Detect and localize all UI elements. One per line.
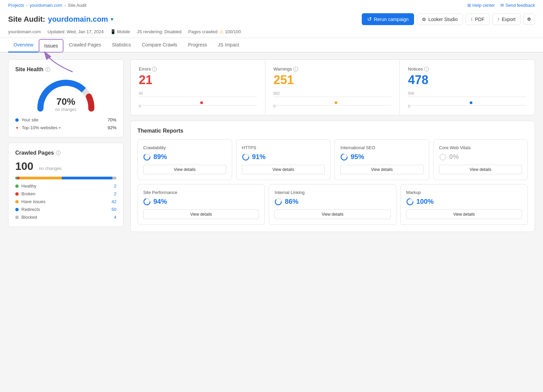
tab-js-impact[interactable]: JS Impact [212,38,244,53]
legend-have-issues: Have issues 42 [15,199,116,204]
export-button[interactable]: ↑ Export [492,14,521,25]
thematic-reports-title: Thematic Reports [137,128,528,134]
tab-statistics[interactable]: Statistics [107,38,136,53]
meta-device: 📱 Mobile [110,29,130,34]
help-icon: ⊞ [467,3,471,8]
site-performance-score-icon [143,198,151,205]
looker-studio-button[interactable]: ⚙ Looker Studio [417,14,463,25]
warnings-chart: 502 0 [274,91,392,108]
your-site-dot [15,118,19,122]
header-domain-caret[interactable]: ▾ [111,16,113,22]
breadcrumb-domain[interactable]: yourdomain.com [30,3,62,8]
header-actions: ↺ Rerun campaign ⚙ Looker Studio ↑ PDF ↑… [362,13,535,25]
core-web-vitals-score-icon [439,153,447,161]
top10-value: 92% [108,125,116,130]
page-header: Site Audit: yourdomain.com ▾ [8,15,113,24]
settings-button[interactable]: ⚙ [523,14,535,25]
errors-dot [200,101,203,104]
gauge-percent: 70% [55,96,76,107]
crawled-pages-card: Crawled Pages i 100 no changes Healthy [8,143,124,227]
errors-min: 0 [139,104,141,108]
rerun-campaign-button[interactable]: ↺ Rerun campaign [362,13,414,25]
https-score-icon [242,153,249,161]
site-performance-view-details-button[interactable]: View details [143,210,259,219]
warnings-dot [335,101,337,104]
your-site-value: 70% [108,117,116,122]
warnings-value: 251 [274,73,392,87]
core-web-vitals-score: 0% [439,153,522,161]
device-icon: 📱 [110,29,116,34]
notices-chart: 956 0 [408,91,526,108]
crawled-no-changes: no changes [39,166,61,171]
notices-info-icon: i [424,67,429,72]
have-issues-count[interactable]: 42 [112,199,116,204]
broken-count[interactable]: 2 [114,191,116,196]
report-crawlability: Crawlability 89% View details [137,139,232,180]
left-panel: Site Health i [8,59,124,232]
markup-view-details-button[interactable]: View details [406,210,522,219]
warnings-label: Warnings i [274,66,392,72]
send-feedback-link[interactable]: ✉ Send feedback [500,3,535,8]
errors-chart: 42 0 [139,91,257,108]
blocked-dot [15,216,19,219]
tab-overview[interactable]: Overview [8,38,39,53]
notices-max: 956 [408,91,414,95]
errors-max: 42 [139,91,143,95]
pages-warning-icon: ⚠ [220,29,224,34]
breadcrumb-current: Site Audit [68,3,87,8]
warnings-metric: Warnings i 251 502 0 [265,60,400,115]
core-web-vitals-view-details-button[interactable]: View details [439,165,522,174]
healthy-count[interactable]: 2 [114,183,116,189]
top10-caret[interactable]: ▾ [59,125,61,130]
svg-point-7 [440,154,446,160]
progress-redirects [62,177,112,179]
page-title: Site Audit: [8,15,45,24]
settings-icon: ⚙ [527,17,531,22]
top-actions: ⊞ Help center ✉ Send feedback [467,3,535,8]
breadcrumb: Projects › yourdomain.com › Site Audit [8,3,87,8]
redirects-count[interactable]: 50 [112,207,116,212]
crawled-count-row: 100 no changes [15,160,116,173]
pdf-button[interactable]: ↑ PDF [466,14,490,25]
crawled-count: 100 [15,160,33,173]
top10-triangle-icon: ▼ [15,126,19,130]
international-seo-view-details-button[interactable]: View details [340,165,424,174]
legend-your-site: Your site 70% [15,117,116,122]
healthy-dot [15,184,19,188]
broken-dot [15,192,19,196]
crawlability-name: Crawlability [143,145,226,150]
tab-compare-crawls[interactable]: Compare Crawls [136,38,183,53]
legend-healthy: Healthy 2 [15,183,116,189]
main-content: Site Health i [0,53,543,239]
crawlability-score: 89% [143,153,226,161]
international-seo-name: International SEO [340,145,424,150]
legend-blocked: Blocked 4 [15,215,116,220]
report-international-seo: International SEO 95% View details [335,139,429,180]
help-center-link[interactable]: ⊞ Help center [467,3,495,8]
report-markup: Markup 100% View details [400,184,528,225]
internal-linking-view-details-button[interactable]: View details [275,210,390,219]
pages-legend: Healthy 2 Broken 2 Have issues [15,183,116,220]
blocked-count[interactable]: 4 [114,215,116,220]
markup-name: Markup [406,190,522,195]
crawlability-view-details-button[interactable]: View details [143,165,226,174]
markup-score: 100% [406,198,522,205]
breadcrumb-projects[interactable]: Projects [8,3,24,8]
thematic-reports-row2: Site Performance 94% View details Intern… [137,184,528,225]
looker-icon: ⚙ [422,17,426,22]
annotation-arrow [42,50,83,74]
crawled-pages-info-icon: i [56,151,61,155]
site-performance-name: Site Performance [143,190,259,195]
metrics-row: Errors i 21 42 0 Warnings i 251 [130,59,535,115]
health-legend: Your site 70% ▼ Top-10% websites ▾ 92% [15,117,116,130]
notices-dot [470,101,472,104]
header-domain[interactable]: yourdomain.com [48,15,108,24]
https-view-details-button[interactable]: View details [242,165,325,174]
notices-metric: Notices i 478 956 0 [400,60,535,115]
thematic-reports-card: Thematic Reports Crawlability 89% View d… [130,121,535,232]
meta-pages-crawled: Pages crawled: ⚠ 100/100 [188,29,241,34]
crawlability-score-icon [143,153,151,161]
redirects-dot [15,208,19,211]
tab-progress[interactable]: Progress [183,38,212,53]
meta-js-rendering: JS rendering: Disabled [137,29,182,34]
